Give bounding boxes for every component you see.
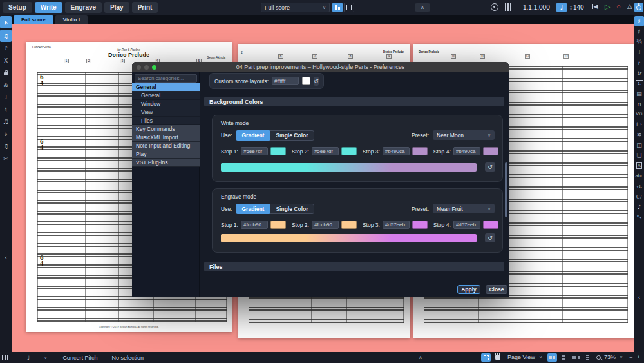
minimize-window-icon[interactable] xyxy=(144,65,149,70)
zoom-out-button[interactable]: − xyxy=(629,354,632,360)
mode-tab-play[interactable]: Play xyxy=(104,2,129,13)
accidental-button[interactable]: ♭ xyxy=(0,128,12,140)
engrave-stop4-swatch[interactable] xyxy=(483,221,498,229)
mixer-button[interactable] xyxy=(505,3,511,11)
subcategory-window[interactable]: Window xyxy=(132,100,200,108)
reset-icon[interactable]: ↺ xyxy=(314,77,319,86)
apply-button[interactable]: Apply xyxy=(457,285,480,294)
category-note-input[interactable]: Note Input and Editing xyxy=(132,142,200,150)
key-signatures-panel-button[interactable]: ♯ xyxy=(634,26,644,37)
record-button[interactable]: ○ xyxy=(616,3,621,10)
comments-panel-button[interactable]: ❏ xyxy=(634,150,644,161)
engrave-stop1-swatch[interactable] xyxy=(270,221,286,229)
write-preset-dropdown[interactable]: Near Moon ∨ xyxy=(433,130,495,140)
category-play[interactable]: Play xyxy=(132,150,200,159)
midi-power-button[interactable] xyxy=(634,3,643,12)
subcategory-general[interactable]: General xyxy=(132,92,200,100)
category-search-input[interactable] xyxy=(135,74,197,83)
write-stop4-input[interactable] xyxy=(453,147,480,155)
clef-tool-button[interactable]: & xyxy=(0,79,12,91)
hand-tool-button[interactable] xyxy=(493,353,502,362)
engrave-gradient-button[interactable]: Gradient xyxy=(236,204,270,214)
dialog-titlebar[interactable]: 04 Part prep improvements – Hollywood-st… xyxy=(132,62,509,72)
clefs-panel-button[interactable]: ♯ xyxy=(634,16,644,26)
close-window-icon[interactable] xyxy=(137,65,141,70)
lock-duration-button[interactable] xyxy=(0,66,12,79)
files-section-header[interactable]: Files xyxy=(204,262,504,271)
write-stop2-swatch[interactable] xyxy=(341,147,357,155)
engrave-stop4-input[interactable] xyxy=(453,221,480,229)
grace-note-button[interactable]: ♪ xyxy=(0,42,12,54)
close-button[interactable]: Close xyxy=(486,285,507,294)
scissors-button[interactable]: ✂ xyxy=(0,152,12,164)
repeats-panel-button[interactable]: 1. xyxy=(634,78,644,88)
engrave-stop3-input[interactable] xyxy=(383,221,410,229)
lyrics-panel-button[interactable]: abc xyxy=(634,171,644,181)
spread-view-button[interactable] xyxy=(547,353,557,362)
engrave-gradient-reset-button[interactable]: ↺ xyxy=(485,233,495,242)
mode-tab-print[interactable]: Print xyxy=(132,2,158,13)
write-gradient-reset-button[interactable]: ↺ xyxy=(485,162,495,172)
engrave-preset-dropdown[interactable]: Mean Fruit ∨ xyxy=(433,204,495,213)
write-stop1-input[interactable] xyxy=(241,147,268,155)
cues-panel-button[interactable]: ◫ xyxy=(634,140,644,150)
category-key-commands[interactable]: Key Commands xyxy=(132,125,200,133)
rest-button[interactable]: ♮ xyxy=(0,103,12,115)
toolbar-collapse-button[interactable]: ∧ xyxy=(415,3,430,12)
concert-pitch-label[interactable]: Concert Pitch xyxy=(62,355,97,361)
notes-panel-button[interactable]: ♪ xyxy=(634,202,644,212)
write-stop4-swatch[interactable] xyxy=(483,147,498,155)
page-view-button[interactable] xyxy=(344,3,354,12)
engrave-gradient-preview[interactable] xyxy=(221,234,477,242)
voice-button[interactable]: Χ xyxy=(0,54,12,66)
category-vst-plugins[interactable]: VST Plug-ins xyxy=(132,159,200,167)
rhythmic-grid-selector[interactable]: ♩ xyxy=(27,355,30,361)
input-devices-button[interactable] xyxy=(2,355,8,360)
note-input-button[interactable]: ♫ xyxy=(0,30,12,42)
custom-score-layouts-swatch[interactable] xyxy=(302,77,310,85)
tempo-unit-button[interactable]: ♩ xyxy=(556,3,567,12)
write-single-color-button[interactable]: Single Color xyxy=(270,130,314,141)
ornaments-panel-button[interactable]: tr xyxy=(634,68,644,78)
play-button[interactable]: ▷ xyxy=(605,3,610,11)
beam-button[interactable]: ♫ xyxy=(0,140,12,152)
chord-symbols-panel-button[interactable]: C7 xyxy=(634,191,644,202)
bowing-panel-button[interactable]: V⊓ xyxy=(634,109,644,119)
write-gradient-button[interactable]: Gradient xyxy=(236,130,270,141)
subcategory-files[interactable]: Files xyxy=(132,117,200,125)
zoom-tool-button[interactable] xyxy=(596,355,601,360)
duration-button[interactable]: ♩ xyxy=(0,91,12,103)
layout-selector[interactable]: Full score ∨ xyxy=(261,3,330,12)
tuplet-button[interactable]: ♬ xyxy=(0,115,12,128)
playing-panel-button[interactable]: v1. xyxy=(634,181,644,191)
holds-panel-button[interactable]: ∩ xyxy=(634,99,644,109)
text-panel-button[interactable]: A xyxy=(634,161,644,171)
subcategory-view[interactable]: View xyxy=(132,108,200,117)
category-musicxml-import[interactable]: MusicXML Import xyxy=(132,133,200,142)
lower-zone-toggle[interactable]: ∧ xyxy=(419,355,422,360)
time-signatures-panel-button[interactable]: ¾ xyxy=(634,37,644,47)
engrave-single-color-button[interactable]: Single Color xyxy=(270,204,314,214)
zoom-window-icon[interactable] xyxy=(152,65,156,70)
horizontal-strip-button[interactable] xyxy=(571,353,580,362)
write-gradient-preview[interactable] xyxy=(221,163,477,172)
tempo-panel-button[interactable]: ♩ xyxy=(634,47,644,57)
rewind-button[interactable]: ◀ xyxy=(592,3,598,10)
mode-tab-engrave[interactable]: Engrave xyxy=(65,2,102,13)
zoom-in-button[interactable]: + xyxy=(637,354,640,360)
dynamics-panel-button[interactable]: ƒ xyxy=(634,57,644,68)
tab-violin-1[interactable]: Violin I xyxy=(55,15,88,24)
dialog-scrollbar[interactable] xyxy=(505,162,507,217)
video-button[interactable] xyxy=(491,3,498,11)
write-stop3-input[interactable] xyxy=(383,147,410,155)
tempo-display[interactable]: ↕ 140 xyxy=(569,4,584,11)
engrave-stop3-swatch[interactable] xyxy=(412,221,428,229)
mode-tab-setup[interactable]: Setup xyxy=(3,2,32,13)
bars-panel-button[interactable]: ▤ xyxy=(634,88,644,99)
select-tool-button[interactable]: ➤ xyxy=(0,16,12,28)
write-stop2-input[interactable] xyxy=(312,147,339,155)
gliss-panel-button[interactable]: ≋ xyxy=(634,130,644,140)
category-general[interactable]: General xyxy=(132,83,200,92)
zoom-level-selector[interactable]: 73% ∨ xyxy=(604,354,623,360)
engrave-stop1-input[interactable] xyxy=(241,221,268,229)
